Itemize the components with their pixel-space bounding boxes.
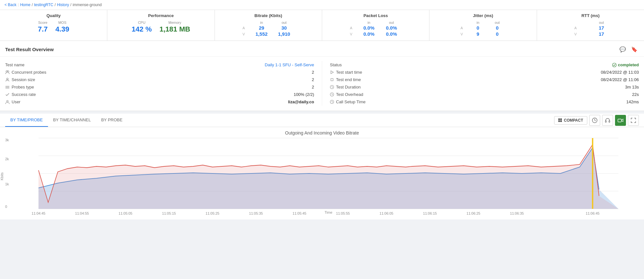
bitrate-in-label: in — [252, 21, 272, 24]
concurrent-probes-val: 2 — [312, 70, 314, 75]
expand-ctrl-button[interactable] — [628, 115, 639, 126]
bitrate-out-label: out — [274, 21, 294, 24]
time-label-7: 11:05:55 — [336, 211, 350, 215]
quality-title: Quality — [5, 13, 102, 18]
test-end-val: 08/24/2022 @ 11:06 — [601, 77, 639, 82]
home-link[interactable]: Home — [20, 3, 30, 7]
y-1k: 1k — [5, 182, 9, 186]
overview-header: Test Result Overview 💬 🔖 — [0, 41, 644, 57]
test-start-val: 08/24/2022 @ 11:03 — [601, 70, 639, 75]
tab-by-probe[interactable]: BY PROBE — [96, 114, 128, 127]
back-link[interactable]: < Back — [5, 3, 16, 7]
call-setup-row: Call Setup Time 142ms — [330, 98, 639, 106]
session-size-icon — [5, 78, 10, 82]
clock2-icon — [330, 92, 334, 97]
call-setup-key: Call Setup Time — [330, 99, 366, 104]
chart-section: Outgoing And Incoming Video Bitrate 3k 2… — [0, 127, 644, 219]
jitter-card: Jitter (ms) in out A 0 0 V 9 0 — [429, 10, 537, 41]
tab-by-time-probe[interactable]: BY TIME/PROBE — [5, 114, 48, 127]
bookmark-icon-btn[interactable]: 🔖 — [630, 45, 639, 54]
bitrate-chart: 11:04:45 11:04:55 11:05:05 11:05:15 11:0… — [18, 138, 639, 209]
current-page: immense-ground — [73, 3, 102, 7]
clock3-icon — [330, 100, 334, 104]
concurrent-probes-icon — [5, 70, 10, 75]
time-label-0: 11:04:45 — [32, 211, 45, 215]
test-end-key: Test end time — [330, 77, 361, 82]
score-label: Score — [38, 21, 47, 24]
time-label-3: 11:05:15 — [162, 211, 176, 215]
packet-loss-title: Packet Loss — [327, 13, 424, 18]
tabs-header: BY TIME/PROBE BY TIME/CHANNEL BY PROBE C… — [0, 114, 644, 127]
time-label-9: 11:06:15 — [423, 211, 437, 215]
concurrent-probes-row: Concurrent probes 2 — [5, 69, 314, 76]
red-area-fill — [39, 144, 619, 209]
test-end-row: Test end time 08/24/2022 @ 11:06 — [330, 76, 639, 83]
overhead-val: 22s — [632, 92, 639, 97]
play-icon — [330, 70, 334, 74]
test-name-val: Daily 1-1 SFU - Self-Serve — [265, 62, 314, 67]
bitrate-v-in: 1,552 — [252, 31, 272, 37]
video-ctrl-button[interactable] — [615, 115, 626, 126]
test-start-key: Test start time — [330, 70, 362, 75]
rtt-title: RTT (ms) — [542, 13, 639, 18]
time-label-2: 11:05:05 — [119, 211, 132, 215]
time-label-8: 11:06:05 — [380, 211, 393, 215]
history-link[interactable]: History — [57, 3, 69, 7]
user-key: User — [5, 99, 20, 104]
svg-marker-26 — [621, 119, 623, 122]
rtt-a-out: 17 — [596, 25, 607, 31]
y-0: 0 — [5, 205, 7, 209]
time-label-5: 11:05:35 — [249, 211, 263, 215]
probes-type-row: Probes type 2 — [5, 83, 314, 91]
overview-left: Test name Daily 1-1 SFU - Self-Serve Con… — [5, 61, 322, 106]
pl-v-out: 0.0% — [381, 31, 401, 37]
clock-ctrl-button[interactable] — [589, 115, 600, 126]
breadcrumb: < Back : Home / testingRTC / History / i… — [0, 0, 644, 10]
x-axis-label: Time — [18, 210, 639, 214]
status-key: Status — [330, 62, 342, 67]
check-circle-icon — [612, 63, 617, 67]
headphone-ctrl-button[interactable] — [602, 115, 613, 126]
jitter-a-in: 0 — [469, 25, 486, 31]
overview-title: Test Result Overview — [5, 47, 54, 52]
quality-card: Quality Score 7.7 MOS 4.39 — [0, 10, 107, 41]
chat-icon-btn[interactable]: 💬 — [618, 45, 627, 54]
svg-line-16 — [332, 95, 333, 95]
packet-loss-card: Packet Loss in out A 0.0% 0.0% V 0.0% 0.… — [322, 10, 429, 41]
pl-out-label: out — [381, 21, 401, 24]
overview-right: Status completed Test start time 08/24/2… — [322, 61, 639, 106]
svg-rect-25 — [618, 119, 621, 122]
pl-in-label: in — [359, 21, 379, 24]
svg-point-7 — [7, 100, 8, 102]
session-size-row: Session size 2 — [5, 76, 314, 83]
test-name-key: Test name — [5, 62, 24, 67]
tab-by-time-channel[interactable]: BY TIME/CHANNEL — [48, 114, 96, 127]
session-size-key: Session size — [5, 77, 35, 82]
jitter-title: Jitter (ms) — [435, 13, 531, 18]
probes-type-val: 2 — [312, 85, 314, 89]
status-val: completed — [612, 62, 639, 67]
tabs-left: BY TIME/PROBE BY TIME/CHANNEL BY PROBE — [5, 114, 128, 127]
tabs-right: COMPACT — [554, 115, 639, 126]
jitter-a-out: 0 — [489, 25, 505, 31]
bitrate-title: Bitrate (Kbits) — [220, 13, 317, 18]
jitter-v-out: 0 — [489, 31, 505, 37]
headphone-icon — [605, 117, 610, 123]
svg-line-22 — [595, 120, 596, 121]
testing-link[interactable]: testingRTC — [34, 3, 53, 7]
time-label-10: 11:06:25 — [466, 211, 480, 215]
test-start-row: Test start time 08/24/2022 @ 11:03 — [330, 69, 639, 76]
bitrate-card: Bitrate (Kbits) in out A 29 30 V 1,552 1… — [215, 10, 322, 41]
user-val: liza@daily.co — [288, 99, 314, 104]
duration-row: Test Duration 3m 13s — [330, 83, 639, 91]
rtt-out-label: out — [596, 21, 607, 24]
time-label-4: 11:05:25 — [206, 211, 219, 215]
compact-button[interactable]: COMPACT — [554, 116, 587, 125]
svg-line-13 — [332, 87, 333, 88]
svg-rect-24 — [609, 121, 610, 122]
jitter-in-label: in — [469, 21, 486, 24]
tabs-section: BY TIME/PROBE BY TIME/CHANNEL BY PROBE C… — [0, 114, 644, 219]
overview-icons: 💬 🔖 — [618, 45, 639, 54]
concurrent-probes-key: Concurrent probes — [5, 70, 46, 75]
cpu-value: 142 % — [132, 25, 152, 33]
